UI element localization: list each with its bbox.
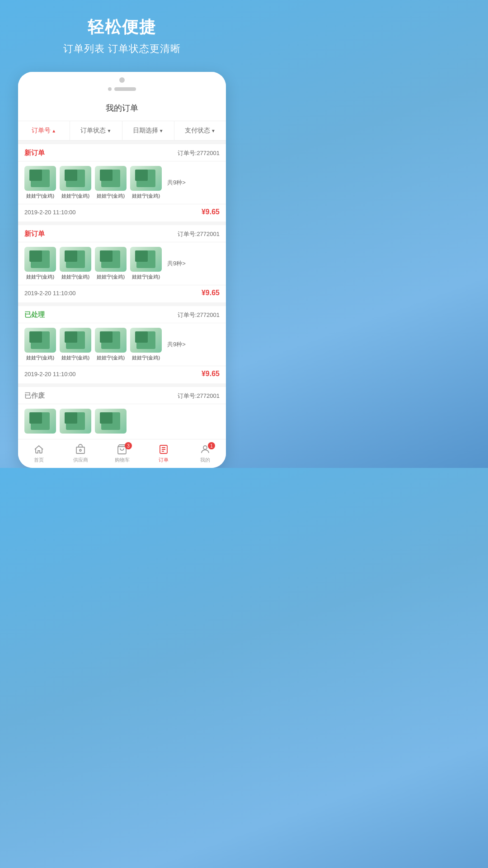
supplier-icon: [74, 443, 87, 456]
cart-badge: 3: [125, 442, 132, 449]
nav-label-cart: 购物车: [115, 457, 130, 463]
nav-label-home: 首页: [34, 457, 44, 463]
product-label: 娃娃宁(金鸡): [61, 354, 89, 361]
product-image: [24, 409, 56, 434]
bottom-nav: 首页 供应商 3 购物车: [18, 439, 226, 468]
products-row-1: 娃娃宁(金鸡) 娃娃宁(金鸡) 娃娃宁(金鸡) 娃娃宁(金鸡) 共9种>: [18, 161, 226, 204]
product-item[interactable]: 娃娃宁(金鸡): [60, 166, 91, 199]
filter-payment-status[interactable]: 支付状态▼: [174, 121, 226, 140]
product-image: [130, 328, 162, 353]
product-item[interactable]: 娃娃宁(金鸡): [60, 328, 91, 361]
product-label: 娃娃宁(金鸡): [132, 354, 160, 361]
product-image: [60, 247, 91, 272]
product-image: [95, 328, 127, 353]
order-number-2: 订单号:2772001: [178, 230, 220, 238]
filter-bar: 订单号▲ 订单状态▼ 日期选择▼ 支付状态▼: [18, 121, 226, 141]
product-image: [24, 166, 56, 191]
product-label: 娃娃宁(金鸡): [26, 354, 54, 361]
product-image: [60, 409, 91, 434]
order-header-4: 已作废 订单号:2772001: [18, 387, 226, 404]
hero-title: 轻松便捷: [9, 16, 235, 38]
svg-point-1: [80, 449, 81, 451]
nav-item-supplier[interactable]: 供应商: [60, 443, 101, 463]
nav-item-cart[interactable]: 3 购物车: [101, 443, 143, 463]
order-price-2: ¥9.65: [202, 289, 220, 297]
more-count-3[interactable]: 共9种>: [167, 340, 186, 349]
product-image: [130, 166, 162, 191]
product-image: [60, 166, 91, 191]
product-item[interactable]: 娃娃宁(金鸡): [130, 166, 162, 199]
filter-order-status[interactable]: 订单状态▼: [70, 121, 122, 140]
product-item[interactable]: 娃娃宁(金鸡): [24, 247, 56, 280]
order-footer-1: 2019-2-20 11:10:00 ¥9.65: [18, 204, 226, 222]
order-price-3: ¥9.65: [202, 370, 220, 378]
nav-item-home[interactable]: 首页: [18, 443, 60, 463]
nav-label-supplier: 供应商: [73, 457, 88, 463]
product-label: 娃娃宁(金鸡): [26, 193, 54, 199]
product-label: 娃娃宁(金鸡): [97, 274, 125, 280]
product-item[interactable]: [60, 409, 91, 434]
dots-indicator: [18, 85, 226, 95]
more-count-1[interactable]: 共9种>: [167, 179, 186, 187]
content-area: 我的订单 订单号▲ 订单状态▼ 日期选择▼ 支付状态▼ 新订单 订单号:2772…: [18, 95, 226, 435]
product-image: [130, 247, 162, 272]
products-row-2: 娃娃宁(金鸡) 娃娃宁(金鸡) 娃娃宁(金鸡) 娃娃宁(金鸡) 共9种>: [18, 242, 226, 285]
order-time-3: 2019-2-20 11:10:00: [24, 371, 75, 377]
product-item[interactable]: 娃娃宁(金鸡): [130, 328, 162, 361]
mine-badge: 1: [208, 442, 215, 449]
dot-2-active: [114, 87, 136, 91]
order-number-4: 订单号:2772001: [178, 392, 220, 400]
products-row-3: 娃娃宁(金鸡) 娃娃宁(金鸡) 娃娃宁(金鸡) 娃娃宁(金鸡) 共9种>: [18, 323, 226, 366]
page-title: 我的订单: [18, 95, 226, 121]
order-status-1: 新订单: [24, 149, 45, 157]
more-count-2[interactable]: 共9种>: [167, 259, 186, 268]
product-item[interactable]: 娃娃宁(金鸡): [24, 328, 56, 361]
order-status-4: 已作废: [24, 392, 45, 400]
order-card-3: 已处理 订单号:2772001 娃娃宁(金鸡) 娃娃宁(金鸡) 娃娃宁(金鸡): [18, 306, 226, 383]
hero-subtitle: 订单列表 订单状态更清晰: [9, 42, 235, 56]
order-price-1: ¥9.65: [202, 208, 220, 216]
product-item[interactable]: [95, 409, 127, 434]
product-item[interactable]: 娃娃宁(金鸡): [95, 328, 127, 361]
camera-dot: [119, 77, 125, 83]
dot-1: [108, 87, 112, 91]
order-number-3: 订单号:2772001: [178, 311, 220, 319]
filter-order-no[interactable]: 订单号▲: [18, 121, 70, 140]
product-label: 娃娃宁(金鸡): [132, 274, 160, 280]
product-item[interactable]: 娃娃宁(金鸡): [95, 247, 127, 280]
svg-point-7: [203, 446, 207, 449]
order-time-1: 2019-2-20 11:10:00: [24, 209, 75, 216]
order-time-2: 2019-2-20 11:10:00: [24, 290, 75, 297]
order-status-2: 新订单: [24, 230, 45, 238]
product-item[interactable]: 娃娃宁(金鸡): [60, 247, 91, 280]
product-label: 娃娃宁(金鸡): [97, 193, 125, 199]
product-label: 娃娃宁(金鸡): [61, 274, 89, 280]
product-image: [24, 247, 56, 272]
products-row-4: [18, 404, 226, 435]
order-header-3: 已处理 订单号:2772001: [18, 306, 226, 323]
nav-item-order[interactable]: 订单: [143, 443, 184, 463]
product-label: 娃娃宁(金鸡): [61, 193, 89, 199]
product-label: 娃娃宁(金鸡): [97, 354, 125, 361]
product-item[interactable]: 娃娃宁(金鸡): [130, 247, 162, 280]
order-header-1: 新订单 订单号:2772001: [18, 144, 226, 161]
order-footer-3: 2019-2-20 11:10:00 ¥9.65: [18, 366, 226, 383]
product-image: [95, 166, 127, 191]
product-label: 娃娃宁(金鸡): [26, 274, 54, 280]
order-card-4: 已作废 订单号:2772001: [18, 387, 226, 435]
product-item[interactable]: 娃娃宁(金鸡): [95, 166, 127, 199]
order-footer-2: 2019-2-20 11:10:00 ¥9.65: [18, 285, 226, 302]
product-item[interactable]: 娃娃宁(金鸡): [24, 166, 56, 199]
product-item[interactable]: [24, 409, 56, 434]
svg-rect-0: [76, 447, 84, 453]
nav-label-mine: 我的: [200, 457, 210, 463]
filter-date[interactable]: 日期选择▼: [122, 121, 174, 140]
order-icon: [157, 443, 170, 456]
order-card-2: 新订单 订单号:2772001 娃娃宁(金鸡) 娃娃宁(金鸡) 娃娃宁(金鸡): [18, 225, 226, 302]
order-status-3: 已处理: [24, 311, 45, 319]
nav-item-mine[interactable]: 1 我的: [184, 443, 226, 463]
home-icon: [33, 443, 45, 456]
phone-top: [18, 72, 226, 85]
order-header-2: 新订单 订单号:2772001: [18, 225, 226, 242]
phone-frame: 我的订单 订单号▲ 订单状态▼ 日期选择▼ 支付状态▼ 新订单 订单号:2772…: [18, 72, 226, 468]
